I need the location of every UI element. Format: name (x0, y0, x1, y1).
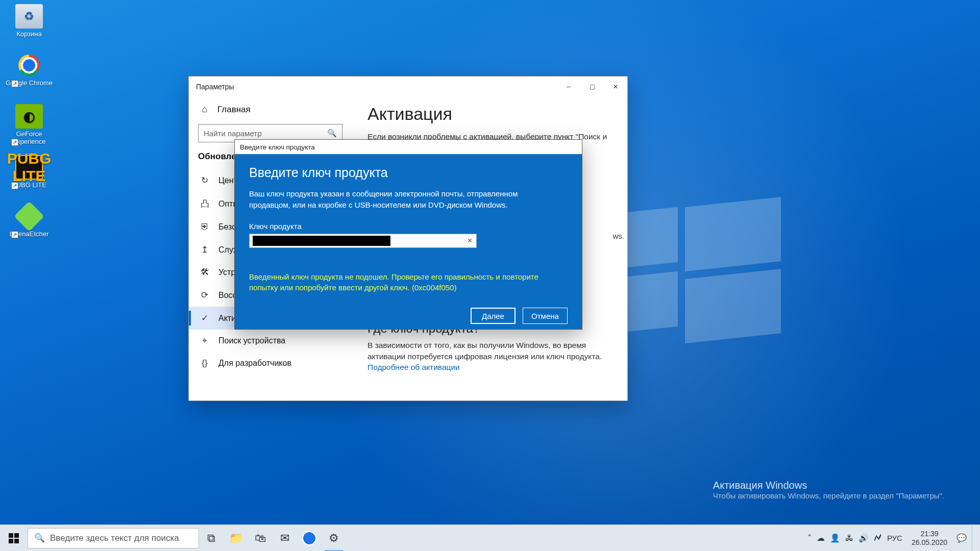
desktop-icon-geforce[interactable]: ↗ GeForce Experience (5, 104, 53, 146)
taskbar-settings[interactable]: ⚙ (322, 525, 346, 552)
settings-titlebar[interactable]: Параметры ─ ▢ ✕ (189, 77, 627, 97)
store-icon (255, 532, 266, 545)
people-icon[interactable]: 👤 (830, 533, 840, 543)
chrome-icon (15, 53, 43, 78)
watermark-title: Активация Windows (713, 480, 944, 491)
dialog-title: Введите ключ продукта (240, 143, 315, 151)
desktop-icon-recycle-bin[interactable]: Корзина (5, 4, 53, 38)
search-placeholder: Найти параметр (204, 129, 262, 138)
battery-icon[interactable]: 🗲 (874, 534, 882, 543)
taskbar: 🔍 Введите здесь текст для поиска ⚙ ˄ ☁ 👤… (0, 524, 980, 551)
windows-logo-icon (9, 533, 19, 543)
code-icon: {} (199, 358, 210, 368)
shield-icon: ⛨ (199, 222, 210, 232)
shortcut-arrow-icon: ↗ (11, 231, 18, 238)
start-button[interactable] (0, 525, 28, 552)
desktop-icon-pubg[interactable]: PUBGLITE ↗ PUBG LITE (5, 155, 53, 189)
shortcut-arrow-icon: ↗ (11, 80, 18, 87)
sidebar-item-find-device[interactable]: ⌖Поиск устройства (189, 330, 352, 352)
sidebar-item-label: Для разработчиков (218, 359, 291, 368)
tray-chevron-icon[interactable]: ˄ (807, 533, 812, 543)
sidebar-item-developers[interactable]: {}Для разработчиков (189, 352, 352, 374)
clock-time: 21:39 (912, 530, 947, 538)
redacted-key-value (253, 236, 390, 246)
wrench-icon: 🛠 (199, 267, 210, 278)
close-button[interactable]: ✕ (604, 77, 627, 97)
desktop-icon-label: Корзина (5, 31, 53, 38)
product-key-input[interactable]: ✕ (249, 234, 477, 248)
pubg-icon: PUBGLITE (15, 155, 43, 180)
taskbar-mail[interactable] (273, 525, 297, 552)
folder-icon (229, 532, 243, 545)
check-icon: ✓ (199, 313, 210, 323)
update-icon: ↻ (199, 175, 210, 186)
dialog-description: Ваш ключ продукта указан в сообщении эле… (249, 188, 535, 211)
shortcut-arrow-icon: ↗ (11, 139, 18, 146)
volume-icon[interactable]: 🔊 (859, 533, 869, 543)
edition-text-fragment: ws. (613, 232, 625, 240)
search-icon: 🔍 (327, 129, 337, 138)
search-icon: 🔍 (34, 533, 45, 543)
language-indicator[interactable]: РУС (887, 534, 902, 542)
show-desktop-button[interactable] (972, 525, 977, 552)
sidebar-home-label: Главная (217, 105, 251, 115)
backup-icon: ↥ (199, 244, 210, 255)
taskbar-search-input[interactable]: 🔍 Введите здесь текст для поиска (28, 528, 199, 548)
delivery-icon: 凸 (199, 198, 210, 210)
product-key-label: Ключ продукта (249, 222, 568, 231)
recycle-bin-icon (15, 4, 43, 29)
dialog-heading: Введите ключ продукта (249, 165, 568, 180)
cancel-button[interactable]: Отмена (523, 308, 568, 324)
taskbar-chrome[interactable] (297, 525, 322, 552)
activation-watermark: Активация Windows Чтобы активировать Win… (713, 480, 944, 500)
recovery-icon: ⟳ (199, 290, 210, 300)
sidebar-item-label: Поиск устройства (218, 336, 285, 345)
page-title: Активация (368, 104, 612, 124)
section-paragraph: В зависимости от того, как вы получили W… (368, 340, 607, 363)
next-button[interactable]: Далее (471, 308, 516, 324)
watermark-subtitle: Чтобы активировать Windows, перейдите в … (713, 491, 944, 500)
shortcut-arrow-icon: ↗ (11, 182, 18, 189)
settings-title: Параметры (196, 83, 234, 91)
taskbar-explorer[interactable] (224, 525, 248, 552)
product-key-dialog: Введите ключ продукта Введите ключ проду… (234, 139, 582, 330)
mail-icon (280, 532, 289, 545)
search-placeholder: Введите здесь текст для поиска (50, 533, 179, 543)
action-center-icon[interactable]: 💬 (957, 533, 967, 543)
taskbar-store[interactable] (248, 525, 273, 552)
home-icon: ⌂ (199, 104, 210, 115)
learn-more-link[interactable]: Подробнее об активации (368, 363, 460, 371)
network-icon[interactable]: 🖧 (845, 534, 853, 543)
system-tray: ˄ ☁ 👤 🖧 🔊 🗲 РУС 21:39 26.05.2020 💬 (807, 525, 980, 552)
etcher-icon (15, 204, 43, 229)
task-view-icon (207, 532, 215, 545)
error-message: Введенный ключ продукта не подошел. Пров… (249, 271, 545, 294)
maximize-button[interactable]: ▢ (580, 77, 604, 97)
clock-date: 26.05.2020 (912, 538, 947, 546)
taskbar-clock[interactable]: 21:39 26.05.2020 (908, 530, 951, 546)
desktop: Корзина ↗ Google Chrome ↗ GeForce Experi… (0, 0, 980, 551)
desktop-icon-etcher[interactable]: ↗ balenaEtcher (5, 204, 53, 238)
desktop-icon-chrome[interactable]: ↗ Google Chrome (5, 53, 53, 87)
task-view-button[interactable] (199, 525, 224, 552)
chrome-icon (302, 531, 316, 545)
clear-input-icon[interactable]: ✕ (463, 234, 476, 247)
locate-icon: ⌖ (199, 336, 210, 346)
nvidia-icon (15, 104, 43, 129)
onedrive-icon[interactable]: ☁ (817, 533, 825, 543)
minimize-button[interactable]: ─ (557, 77, 580, 97)
sidebar-home[interactable]: ⌂ Главная (189, 97, 352, 122)
dialog-titlebar[interactable]: Введите ключ продукта (235, 140, 582, 154)
gear-icon: ⚙ (329, 532, 339, 545)
